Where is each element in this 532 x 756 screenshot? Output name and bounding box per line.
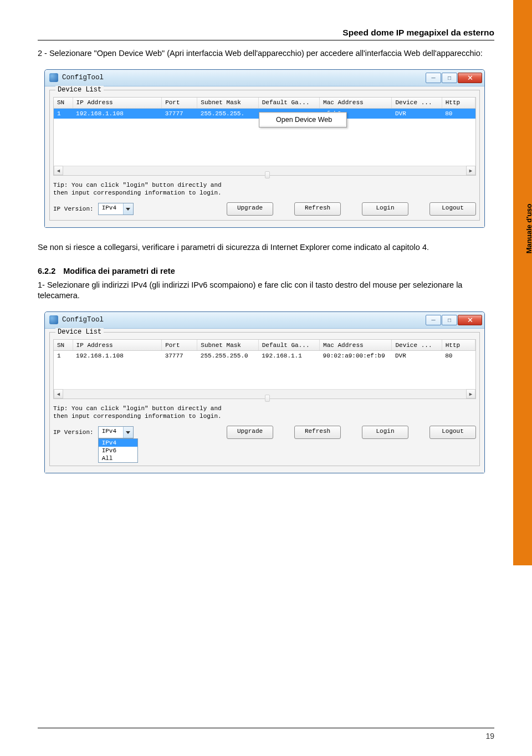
tip-line-2: then input corresponding information to … bbox=[53, 412, 476, 420]
app-icon bbox=[49, 315, 58, 324]
section-heading: 6.2.2Modifica dei parametri di rete bbox=[38, 267, 494, 275]
th-device[interactable]: Device ... bbox=[392, 98, 442, 109]
sidebar-orange-bar: Manuale d'uso bbox=[513, 0, 532, 565]
maximize-button[interactable]: □ bbox=[442, 315, 457, 325]
table-row[interactable] bbox=[54, 137, 475, 147]
cell-port: 37777 bbox=[162, 109, 197, 119]
table-row[interactable] bbox=[54, 380, 475, 389]
device-list-fieldset: Device List SN IP Address Port bbox=[49, 90, 480, 221]
configtool-window-1: ConfigTool ─ □ ✕ Device List bbox=[44, 69, 485, 228]
th-ip[interactable]: IP Address bbox=[73, 98, 162, 109]
cell-mac: 90:02:a9:00:ef:b9 bbox=[320, 351, 392, 361]
header-divider bbox=[38, 40, 494, 40]
maximize-button[interactable]: □ bbox=[442, 73, 457, 83]
th-http[interactable]: Http bbox=[442, 98, 475, 109]
th-device[interactable]: Device ... bbox=[392, 340, 442, 351]
window-title: ConfigTool bbox=[62, 74, 104, 81]
ip-version-select[interactable]: IPv4 IPv4 IPv6 All bbox=[98, 426, 134, 438]
cell-mask: 255.255.255.0 bbox=[197, 351, 258, 361]
th-port[interactable]: Port bbox=[162, 340, 197, 351]
cell-ip: 192.168.1.108 bbox=[73, 109, 162, 119]
refresh-button[interactable]: Refresh bbox=[294, 426, 341, 439]
scroll-thumb[interactable] bbox=[265, 171, 270, 178]
th-mask[interactable]: Subnet Mask bbox=[197, 98, 258, 109]
cell-port: 37777 bbox=[162, 351, 197, 361]
tip-text: Tip: You can click "login" button direct… bbox=[53, 405, 476, 421]
table-row[interactable] bbox=[54, 128, 475, 137]
device-table[interactable]: SN IP Address Port Subnet Mask Default G… bbox=[54, 340, 475, 389]
chevron-down-icon[interactable] bbox=[123, 427, 133, 438]
tip-line-1: Tip: You can click "login" button direct… bbox=[53, 405, 476, 412]
cell-http: 80 bbox=[442, 109, 475, 119]
fieldset-legend: Device List bbox=[55, 328, 104, 336]
titlebar[interactable]: ConfigTool ─ □ ✕ bbox=[45, 312, 484, 329]
close-button[interactable]: ✕ bbox=[458, 73, 482, 83]
ip-version-label: IP Version: bbox=[53, 429, 94, 436]
footer-divider bbox=[38, 728, 494, 728]
configtool-window-2: ConfigTool ─ □ ✕ Device List bbox=[44, 311, 485, 474]
th-gw[interactable]: Default Ga... bbox=[258, 98, 319, 109]
cell-device: DVR bbox=[392, 109, 442, 119]
horizontal-scrollbar[interactable]: ◄ ► bbox=[54, 389, 475, 399]
th-mac[interactable]: Mac Address bbox=[320, 340, 392, 351]
ip-version-dropdown[interactable]: IPv4 IPv6 All bbox=[98, 438, 138, 463]
scroll-thumb[interactable] bbox=[265, 395, 270, 402]
th-port[interactable]: Port bbox=[162, 98, 197, 109]
table-row[interactable] bbox=[54, 156, 475, 166]
login-button[interactable]: Login bbox=[362, 426, 408, 439]
sidebar-label: Manuale d'uso bbox=[525, 204, 533, 254]
table-row[interactable]: 1 192.168.1.108 37777 255.255.255.0 192.… bbox=[54, 351, 475, 361]
th-mac[interactable]: Mac Address bbox=[320, 98, 392, 109]
window-title: ConfigTool bbox=[62, 316, 104, 324]
th-sn[interactable]: SN bbox=[54, 340, 73, 351]
cell-gw: 192.168.1.1 bbox=[258, 351, 319, 361]
tip-text: Tip: You can click "login" button direct… bbox=[53, 181, 476, 197]
table-row[interactable] bbox=[54, 147, 475, 156]
scroll-right-icon[interactable]: ► bbox=[466, 166, 475, 175]
mid-paragraph: Se non si riesce a collegarsi, verificar… bbox=[38, 242, 494, 253]
chevron-down-icon[interactable] bbox=[123, 203, 133, 214]
logout-button[interactable]: Logout bbox=[429, 426, 476, 439]
upgrade-button[interactable]: Upgrade bbox=[227, 426, 273, 439]
option-all[interactable]: All bbox=[99, 454, 137, 462]
context-open-device-web[interactable]: Open Device Web bbox=[260, 114, 345, 125]
th-http[interactable]: Http bbox=[442, 340, 475, 351]
table-row[interactable] bbox=[54, 361, 475, 370]
cell-device: DVR bbox=[392, 351, 442, 361]
upgrade-button[interactable]: Upgrade bbox=[227, 202, 273, 216]
scroll-left-icon[interactable]: ◄ bbox=[54, 389, 63, 399]
context-menu[interactable]: Open Device Web bbox=[259, 112, 347, 127]
cell-mask: 255.255.255. bbox=[197, 109, 258, 119]
titlebar[interactable]: ConfigTool ─ □ ✕ bbox=[45, 70, 484, 86]
cell-sn: 1 bbox=[54, 351, 73, 361]
th-mask[interactable]: Subnet Mask bbox=[197, 340, 258, 351]
cell-http: 80 bbox=[442, 351, 475, 361]
login-button[interactable]: Login bbox=[362, 202, 408, 216]
option-ipv6[interactable]: IPv6 bbox=[99, 447, 137, 454]
table-header-row: SN IP Address Port Subnet Mask Default G… bbox=[54, 340, 475, 351]
minimize-button[interactable]: ─ bbox=[426, 315, 441, 325]
cell-sn: 1 bbox=[54, 109, 73, 119]
th-gw[interactable]: Default Ga... bbox=[258, 340, 319, 351]
logout-button[interactable]: Logout bbox=[429, 202, 476, 216]
table-row[interactable] bbox=[54, 370, 475, 380]
section-title: Modifica dei parametri di rete bbox=[63, 267, 175, 275]
refresh-button[interactable]: Refresh bbox=[294, 202, 341, 216]
th-ip[interactable]: IP Address bbox=[73, 340, 162, 351]
minimize-button[interactable]: ─ bbox=[426, 73, 441, 83]
page-header-title: Speed dome IP megapixel da esterno bbox=[38, 28, 494, 38]
close-button[interactable]: ✕ bbox=[458, 315, 482, 325]
th-sn[interactable]: SN bbox=[54, 98, 73, 109]
device-list-fieldset: Device List SN IP Address Port bbox=[49, 332, 480, 467]
horizontal-scrollbar[interactable]: ◄ ► bbox=[54, 166, 475, 175]
scroll-right-icon[interactable]: ► bbox=[466, 389, 475, 399]
device-table[interactable]: SN IP Address Port Subnet Mask Default G… bbox=[54, 98, 475, 166]
ip-version-select[interactable]: IPv4 bbox=[98, 203, 134, 215]
step-1-text: 1- Selezionare gli indirizzi IPv4 (gli i… bbox=[38, 280, 494, 302]
ip-version-value: IPv4 bbox=[99, 203, 123, 214]
tip-line-1: Tip: You can click "login" button direct… bbox=[53, 181, 476, 189]
scroll-left-icon[interactable]: ◄ bbox=[54, 166, 63, 175]
option-ipv4[interactable]: IPv4 bbox=[99, 439, 137, 447]
ip-version-label: IP Version: bbox=[53, 206, 94, 212]
tip-line-2: then input corresponding information to … bbox=[53, 189, 476, 197]
